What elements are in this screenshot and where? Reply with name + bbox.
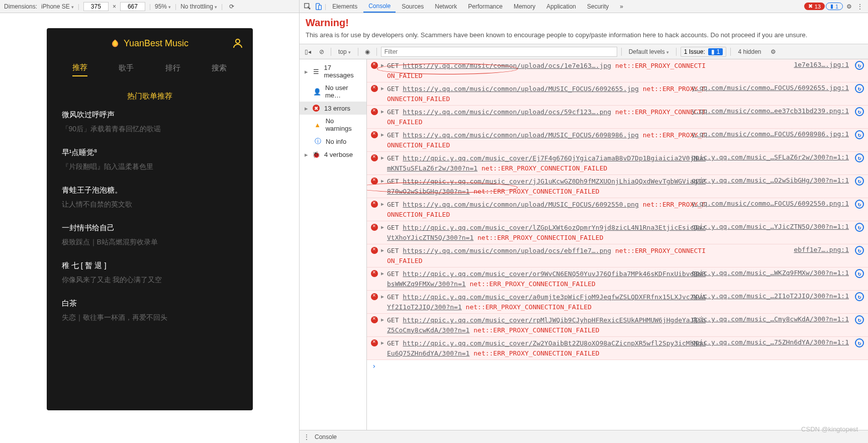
song-item[interactable]: 微风吹过呼呼声「90后」承载着青春回忆的歌谣 <box>62 110 238 134</box>
request-url[interactable]: https://y.qq.com/music/common/upload/ocs… <box>403 108 611 116</box>
source-link[interactable]: qpic.y.qq.com/music_…O2wSibGHg/300?n=1:1 <box>692 176 849 184</box>
tab-rank[interactable]: 排行 <box>165 63 180 76</box>
sidebar-info[interactable]: ⓘNo info <box>300 135 366 148</box>
expand-icon[interactable]: ▶ <box>381 178 384 184</box>
filter-input[interactable] <box>381 47 617 57</box>
drawer-bar[interactable]: ⋮ Console <box>300 430 868 443</box>
source-link[interactable]: qpic.y.qq.com/music_…WKZq9FMXw/300?n=1:1 <box>692 269 849 277</box>
expand-icon[interactable]: ▶ <box>381 224 384 230</box>
request-url[interactable]: https://y.qq.com/music/common/upload/ocs… <box>403 62 611 69</box>
context-select[interactable]: top <box>335 48 354 55</box>
sidebar-errors[interactable]: ▸✖13 errors <box>300 102 366 115</box>
source-link[interactable]: qpic.y.qq.com/music_…SFLaZ6r2w/300?n=1:1 <box>692 153 849 161</box>
tab-singer[interactable]: 歌手 <box>119 63 134 76</box>
expand-icon[interactable]: ▶ <box>381 340 384 345</box>
source-link[interactable]: y.qq.com/music/commo…FOCUS/6098986.jpg:1 <box>692 130 849 138</box>
console-error-entry[interactable]: ▶ GET https://y.qq.com/music/common/uplo… <box>367 82 868 106</box>
tab-security[interactable]: Security <box>582 1 614 12</box>
expand-icon[interactable]: ▶ <box>381 247 384 253</box>
source-link[interactable]: qpic.y.qq.com/music_…Cmy8cwKdA/300?n=1:1 <box>692 315 849 323</box>
console-error-entry[interactable]: ▶ GET http://qpic.y.qq.com/music_cover/a… <box>367 291 868 314</box>
device-select[interactable]: iPhone SE <box>41 3 74 10</box>
levels-select[interactable]: Default levels <box>626 48 672 55</box>
expand-icon[interactable]: ▶ <box>381 62 384 68</box>
console-error-entry[interactable]: ▶ GET http://qpic.y.qq.com/music_cover/j… <box>367 175 868 198</box>
console-error-entry[interactable]: ▶ GET http://qpic.y.qq.com/music_cover/r… <box>367 314 868 337</box>
sidebar-verbose[interactable]: ▸🐞4 verbose <box>300 148 366 161</box>
zoom-select[interactable]: 95% <box>155 3 171 10</box>
kebab-icon[interactable]: ⋮ <box>855 2 865 12</box>
request-url[interactable]: https://y.qq.com/music/common/upload/MUS… <box>403 201 639 208</box>
tab-recommend[interactable]: 推荐 <box>72 63 87 76</box>
song-item[interactable]: 白茶失恋｜敬往事一杯酒，再爱不回头 <box>62 299 238 322</box>
rotate-icon[interactable]: ⟳ <box>227 2 237 12</box>
console-error-entry[interactable]: ▶ GET https://y.qq.com/music/common/uplo… <box>367 244 868 268</box>
expand-icon[interactable]: ▶ <box>381 317 384 322</box>
console-error-entry[interactable]: ▶ GET http://qpic.y.qq.com/music_cover/l… <box>367 221 868 244</box>
expand-icon[interactable]: ▶ <box>381 155 384 160</box>
source-link[interactable]: qpic.y.qq.com/music_…2I1oT2JIQ/300?n=1:1 <box>692 292 849 300</box>
svg-rect-3 <box>319 5 321 10</box>
error-icon <box>371 270 378 277</box>
song-item[interactable]: 一封情书给自己极致踩点｜B站高燃混剪收录单 <box>62 223 238 247</box>
sidebar-messages[interactable]: ▸☰17 messages <box>300 61 366 81</box>
expand-icon[interactable]: ▶ <box>381 132 384 137</box>
kebab-icon[interactable]: ⋮ <box>304 433 310 440</box>
width-input[interactable] <box>83 2 109 11</box>
song-item[interactable]: 早¹点睡觉⁸『片段翻唱』陷入温柔暮色里 <box>62 148 238 171</box>
tab-application[interactable]: Application <box>541 1 581 12</box>
song-item[interactable]: 青蛙王子泡泡糖。让人情不自禁的英文歌 <box>62 186 238 209</box>
expand-icon[interactable]: ▶ <box>381 85 384 91</box>
console-error-entry[interactable]: ▶ GET https://y.qq.com/music/common/uplo… <box>367 59 868 82</box>
console-error-entry[interactable]: ▶ GET http://qpic.y.qq.com/music_cover/E… <box>367 152 868 175</box>
errors-badge[interactable]: ✖13 <box>804 3 825 10</box>
issues-badge[interactable]: 1 Issue: ▮ 1 <box>681 47 727 57</box>
console-error-entry[interactable]: ▶ GET http://qpic.y.qq.com/music_cover/o… <box>367 268 868 291</box>
hidden-count[interactable]: 4 hidden <box>735 48 764 55</box>
tab-console[interactable]: Console <box>363 1 396 13</box>
source-link[interactable]: qpic.y.qq.com/music_…YJicZTN5Q/300?n=1:1 <box>692 223 849 230</box>
app-title: YuanBest Music <box>124 38 188 49</box>
sidebar-warnings[interactable]: ▲No warnings <box>300 115 366 135</box>
source-link[interactable]: qpic.y.qq.com/music_…75ZHn6dYA/300?n=1:1 <box>692 338 849 346</box>
tab-elements[interactable]: Elements <box>327 1 362 12</box>
console-error-entry[interactable]: ▶ GET https://y.qq.com/music/common/uplo… <box>367 129 868 152</box>
tab-performance[interactable]: Performance <box>463 1 508 12</box>
source-link[interactable]: ebff1e7….png:1 <box>794 246 849 253</box>
filter-gear-icon[interactable]: ⚙ <box>768 47 779 57</box>
tab-search[interactable]: 搜索 <box>212 63 227 76</box>
drawer-console-tab[interactable]: Console <box>315 433 337 440</box>
request-url[interactable]: https://y.qq.com/music/common/upload/MUS… <box>403 131 639 139</box>
request-url[interactable]: https://y.qq.com/music/common/upload/ocs… <box>403 247 611 254</box>
source-link[interactable]: y.qq.com/music/commo…FOCUS/6092550.png:1 <box>692 200 849 207</box>
console-error-entry[interactable]: ▶ GET https://y.qq.com/music/common/uplo… <box>367 106 868 129</box>
song-item[interactable]: 稚 七 [ 暂 退 ]你像风来了又走 我的心满了又空 <box>62 261 238 285</box>
tab-sources[interactable]: Sources <box>397 1 429 12</box>
clear-console-icon[interactable]: ⊘ <box>317 47 327 57</box>
height-input[interactable] <box>120 2 145 11</box>
inspect-icon[interactable] <box>303 2 313 12</box>
tab-memory[interactable]: Memory <box>509 1 540 12</box>
tab-more[interactable]: » <box>615 1 628 12</box>
source-link[interactable]: y.qq.com/music/commo…ee37cb31bd239.png:1 <box>692 107 849 115</box>
tab-network[interactable]: Network <box>430 1 462 12</box>
sidebar-toggle-icon[interactable]: ▯◂ <box>303 47 313 57</box>
request-url[interactable]: https://y.qq.com/music/common/upload/MUS… <box>403 85 639 93</box>
expand-icon[interactable]: ▶ <box>381 271 384 276</box>
expand-icon[interactable]: ▶ <box>381 294 384 299</box>
device-mode-icon[interactable] <box>314 2 324 12</box>
source-link[interactable]: 1e7e163….jpg:1 <box>794 61 849 68</box>
expand-icon[interactable]: ▶ <box>381 109 384 114</box>
user-icon[interactable] <box>232 37 244 51</box>
throttling-select[interactable]: No throttling <box>180 3 217 10</box>
expand-icon[interactable]: ▶ <box>381 201 384 207</box>
device-toolbar: Dimensions: iPhone SE | × | 95% | No thr… <box>0 0 299 13</box>
infos-badge[interactable]: ▮1 <box>826 3 843 10</box>
console-error-entry[interactable]: ▶ GET https://y.qq.com/music/common/uplo… <box>367 198 868 221</box>
sidebar-user[interactable]: 👤No user me… <box>300 81 366 102</box>
console-error-entry[interactable]: ▶ GET http://qpic.y.qq.com/music_cover/Z… <box>367 337 868 360</box>
source-link[interactable]: y.qq.com/music/commo…FOCUS/6092655.jpg:1 <box>692 84 849 92</box>
gear-icon[interactable]: ⚙ <box>844 2 854 12</box>
eye-icon[interactable]: ◉ <box>362 47 372 57</box>
console-prompt[interactable]: › <box>367 360 868 372</box>
